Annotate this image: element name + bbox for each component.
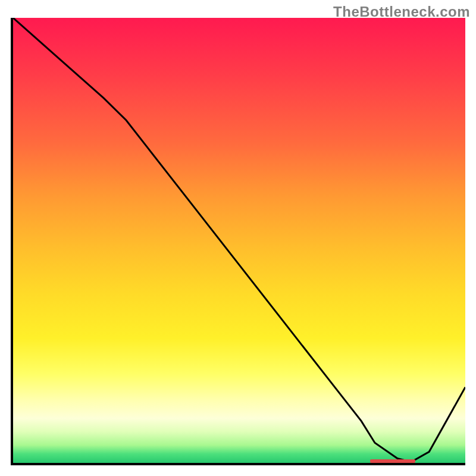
chart-container: TheBottleneck.com bbox=[0, 0, 476, 476]
minimum-marker bbox=[370, 459, 415, 463]
curve-layer bbox=[13, 18, 465, 463]
plot-area bbox=[11, 18, 465, 465]
bottleneck-curve bbox=[13, 18, 465, 462]
